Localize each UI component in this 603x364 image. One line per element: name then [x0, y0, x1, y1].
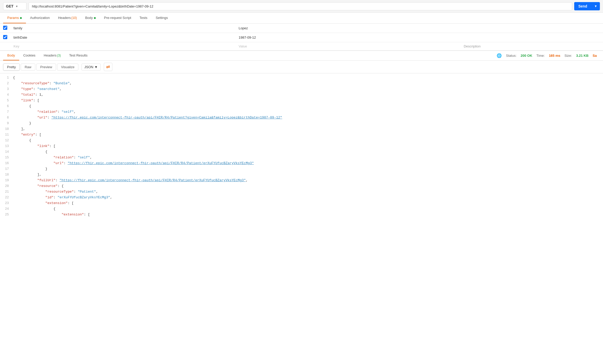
- line-content: {: [13, 104, 603, 108]
- tab-body[interactable]: Body: [81, 13, 100, 23]
- json-key: "link": [37, 144, 50, 148]
- json-plain: : [: [68, 201, 74, 205]
- line-number: 6: [0, 104, 13, 108]
- code-viewer[interactable]: 1{2 "resourceType": "Bundle",3 "type": "…: [0, 73, 603, 220]
- json-format-select[interactable]: JSON ▼: [81, 64, 101, 71]
- json-format-label: JSON: [84, 65, 93, 69]
- response-tab-cookies[interactable]: Cookies: [19, 51, 40, 60]
- code-line: 16 "url": "https://fhir.epic.com/interco…: [0, 161, 603, 167]
- line-number: 24: [0, 207, 13, 211]
- body-dot: [94, 17, 96, 19]
- response-tab-headers[interactable]: Headers(3): [40, 51, 65, 60]
- tab-headers[interactable]: Headers(10): [54, 13, 81, 23]
- line-number: 2: [0, 81, 13, 85]
- line-number: 9: [0, 121, 13, 125]
- line-number: 15: [0, 156, 13, 159]
- json-plain: [13, 173, 37, 177]
- params-table: family Lopez birthDate 1987-09-12 Key Va…: [0, 24, 603, 51]
- method-select[interactable]: GET ▼: [3, 2, 26, 10]
- code-line: 25 "extension": [: [0, 212, 603, 218]
- json-plain: [13, 104, 29, 108]
- tab-params[interactable]: Params: [3, 13, 26, 23]
- save-label: Sa: [593, 54, 597, 58]
- line-number: 21: [0, 190, 13, 194]
- json-key: "resourceType": [45, 190, 74, 194]
- format-tab-pretty[interactable]: Pretty: [3, 64, 20, 71]
- code-line: 23 "extension": [: [0, 201, 603, 207]
- placeholder-key[interactable]: Key: [10, 42, 236, 51]
- line-content: }: [13, 121, 603, 125]
- line-content: "extension": [: [13, 213, 603, 216]
- line-number: 17: [0, 167, 13, 171]
- tab-settings[interactable]: Settings: [152, 13, 172, 23]
- url-bar: GET ▼ Send ▼: [0, 0, 603, 13]
- row-2-checkbox[interactable]: [3, 35, 7, 39]
- json-link[interactable]: "https://fhir.epic.com/interconnect-fhir…: [68, 161, 254, 165]
- row-1-value[interactable]: Lopez: [236, 24, 461, 33]
- code-line: 2 "resourceType": "Bundle",: [0, 81, 603, 87]
- json-link[interactable]: "https://fhir.epic.com/interconnect-fhir…: [51, 116, 282, 120]
- json-plain: [13, 207, 53, 211]
- json-plain: [13, 133, 21, 137]
- wrap-icon[interactable]: ⇌: [104, 63, 112, 71]
- json-plain: :: [74, 190, 78, 194]
- line-content: "link": [: [13, 99, 603, 102]
- params-dot: [20, 17, 22, 19]
- response-tab-body[interactable]: Body: [3, 51, 19, 60]
- json-key: "relation": [53, 156, 74, 159]
- size-value: 3.21 KB: [576, 54, 588, 58]
- json-plain: [13, 121, 29, 125]
- format-tab-raw[interactable]: Raw: [21, 64, 35, 71]
- json-plain: [13, 127, 21, 131]
- json-plain: : [: [49, 144, 55, 148]
- send-button[interactable]: Send ▼: [574, 2, 600, 10]
- json-plain: [13, 167, 45, 171]
- json-plain: [13, 138, 29, 142]
- code-line: 10 ],: [0, 127, 603, 132]
- json-plain: ,: [74, 110, 76, 114]
- format-bar: Pretty Raw Preview Visualize JSON ▼ ⇌: [0, 61, 603, 73]
- code-line: 11 "entry": [: [0, 132, 603, 138]
- line-content: "relation": "self",: [13, 156, 603, 159]
- json-plain: [13, 87, 21, 91]
- json-format-chevron: ▼: [94, 65, 98, 69]
- row-2-value[interactable]: 1987-09-12: [236, 33, 461, 42]
- line-content: ],: [13, 173, 603, 177]
- status-value: 200 OK: [521, 54, 532, 58]
- code-line: 24 {: [0, 207, 603, 212]
- tab-authorization[interactable]: Authorization: [26, 13, 54, 23]
- placeholder-description: Description: [461, 42, 603, 51]
- line-content: {: [13, 150, 603, 154]
- line-content: "type": "searchset",: [13, 87, 603, 91]
- format-tab-visualize[interactable]: Visualize: [57, 64, 78, 71]
- tab-tests[interactable]: Tests: [135, 13, 152, 23]
- status-label: Status:: [506, 54, 516, 58]
- json-key: "total": [21, 93, 35, 97]
- tab-prerequest[interactable]: Pre-request Script: [100, 13, 135, 23]
- json-key: "extension": [45, 201, 68, 205]
- json-plain: : [: [35, 133, 41, 137]
- json-plain: [13, 150, 45, 154]
- response-headers-badge: (3): [57, 54, 61, 57]
- json-plain: ,: [246, 178, 248, 182]
- code-line: 5 "link": [: [0, 98, 603, 104]
- line-number: 13: [0, 144, 13, 148]
- row-1-desc: [461, 24, 603, 33]
- row-1-checkbox[interactable]: [3, 26, 7, 30]
- url-input[interactable]: [29, 2, 572, 10]
- row-1-key[interactable]: family: [10, 24, 236, 33]
- json-plain: :: [49, 81, 53, 85]
- format-tab-preview[interactable]: Preview: [36, 64, 56, 71]
- json-plain: ,: [110, 195, 112, 199]
- line-content: ],: [13, 127, 603, 131]
- response-tab-testresults[interactable]: Test Results: [65, 51, 92, 60]
- json-plain: : {: [58, 184, 64, 188]
- json-key: "url": [53, 161, 64, 165]
- placeholder-value[interactable]: Value: [236, 42, 461, 51]
- json-plain: ],: [21, 127, 25, 131]
- line-number: 16: [0, 161, 13, 165]
- row-2-key[interactable]: birthDate: [10, 33, 236, 42]
- json-link[interactable]: "https://fhir.epic.com/interconnect-fhir…: [59, 178, 246, 182]
- line-content: "total": 1,: [13, 93, 603, 97]
- line-content: "id": "erXuFYUfucBZaryVksYEcMg3",: [13, 195, 603, 199]
